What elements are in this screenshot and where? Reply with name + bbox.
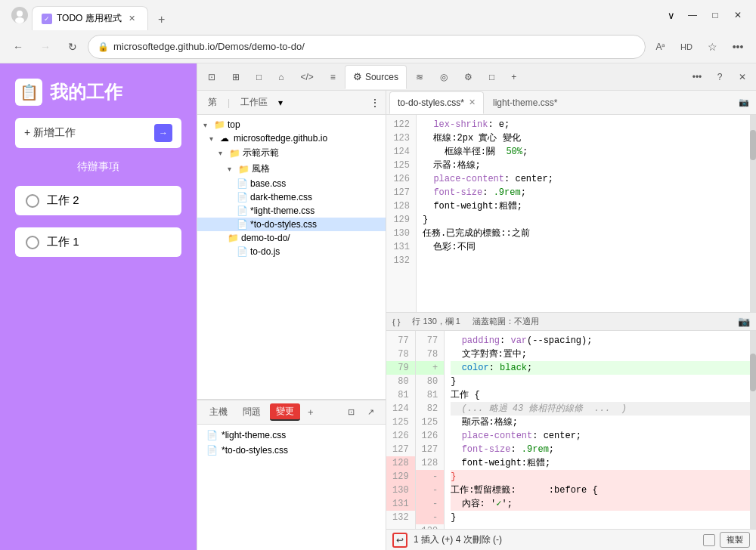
- tree-label-demo-todo: demo-to-do/: [241, 233, 290, 243]
- address-bar[interactable]: 🔒 microsoftedge.github.io/Demos/demo-to-…: [88, 35, 646, 59]
- close-button[interactable]: ✕: [727, 5, 748, 26]
- scrollbar-right-top[interactable]: [750, 115, 756, 312]
- devtools-tab-memory[interactable]: ◎: [432, 65, 455, 89]
- sources-tab-label: Sources: [365, 72, 398, 82]
- diff-line-task: 工作 {: [451, 388, 750, 402]
- main-content: 📋 我的工作 + 新增工作 → 待辦事項 工作 2 工作 1 ⊡: [0, 63, 756, 550]
- scrollbar-thumb-bottom[interactable]: [750, 354, 756, 391]
- refresh-button[interactable]: ↻: [60, 35, 85, 59]
- editor-tab-light-theme[interactable]: light-theme.css*: [485, 91, 565, 114]
- editor-tab-todo-styles[interactable]: to-do-styles.css* ✕: [389, 91, 484, 114]
- bottom-panel-action-2[interactable]: ↗: [361, 403, 380, 422]
- maximize-button[interactable]: □: [705, 5, 726, 26]
- profile-icon[interactable]: [8, 3, 32, 27]
- devtools-tab-sources[interactable]: ⚙ Sources: [345, 65, 407, 89]
- copy-button[interactable]: 複製: [720, 532, 750, 548]
- devtools-panel: ⊡ ⊞ □ ⌂ </> ≡ ⚙ Sources ≋ ◎ ⚙ □ + ••• ? …: [197, 63, 756, 550]
- tree-label-todo-js: to-do.js: [250, 246, 280, 257]
- tree-item-top[interactable]: ▾ 📁 top: [197, 118, 386, 131]
- code-line-125: 示器:格線;: [423, 159, 750, 172]
- tab-close-button[interactable]: ✕: [126, 13, 138, 25]
- file-icon-todo-js: 📄: [237, 246, 247, 257]
- bottom-panel-action-1[interactable]: ⊡: [342, 403, 360, 422]
- code-view-bottom[interactable]: 77 78 79 80 81 124 125 126: [386, 331, 756, 529]
- tree-item-demo-todo[interactable]: 📁 demo-to-do/: [197, 231, 386, 245]
- tree-label-demos: 示範示範: [243, 147, 279, 159]
- file-icon-base-css: 📄: [237, 178, 247, 189]
- forward-button[interactable]: →: [33, 35, 57, 59]
- devtools-help-button[interactable]: ?: [709, 66, 730, 88]
- tree-label-domain: microsoftedge.github.io: [234, 133, 327, 144]
- change-item-light-theme[interactable]: 📄 *light-theme.css: [197, 428, 386, 443]
- code-line-128: font-weight:粗體;: [423, 199, 750, 213]
- devtools-more-actions: ••• ? ✕: [686, 66, 753, 88]
- bottom-tab-issues[interactable]: 問題: [237, 403, 267, 422]
- diff-line-128: }: [451, 470, 750, 484]
- minimize-button[interactable]: —: [682, 5, 703, 26]
- devtools-tab-home[interactable]: ⌂: [271, 65, 291, 89]
- browser-tab-active[interactable]: ✓ TODO 應用程式 ✕: [32, 6, 148, 30]
- sidebar-tab-first[interactable]: 第: [203, 94, 222, 110]
- favorites-button[interactable]: ☆: [700, 35, 724, 59]
- task-item-2[interactable]: 工作 2: [15, 186, 181, 215]
- task-item-1[interactable]: 工作 1: [15, 227, 181, 257]
- file-icon-demo-todo: 📁: [228, 233, 238, 243]
- diff-line-131: 內容: '✓';: [451, 497, 750, 511]
- status-bar-top: { } 行 130，欄 1 涵蓋範圍：不適用 📷: [386, 312, 756, 330]
- change-item-todo-styles[interactable]: 📄 *to-do-styles.css: [197, 443, 386, 458]
- copy-checkbox[interactable]: [703, 534, 715, 546]
- code-lines-bottom: padding: var(--spacing); 文字對齊:置中; color:…: [445, 331, 750, 529]
- editor-action-screenshot[interactable]: 📷: [735, 94, 753, 112]
- code-view-top[interactable]: 122 123 124 125 126 127 128 129 130 13: [386, 115, 756, 312]
- tree-item-dark-theme[interactable]: 📄 dark-theme.css: [197, 190, 386, 204]
- tree-item-light-theme[interactable]: 📄 *light-theme.css: [197, 204, 386, 218]
- diff-line-80: }: [451, 375, 750, 388]
- add-task-button[interactable]: + 新增工作 →: [15, 118, 181, 148]
- revert-button[interactable]: ↩: [392, 533, 407, 548]
- task-checkbox-1[interactable]: [26, 236, 39, 249]
- sources-sidebar: 第 | 工作區 ▾ ⋮ ▾ 📁 top ▾: [197, 91, 386, 550]
- tree-item-domain[interactable]: ▾ ☁ microsoftedge.github.io: [197, 131, 386, 145]
- devtools-tab-network-icon[interactable]: ≡: [323, 65, 343, 89]
- scrollbar-thumb-top[interactable]: [750, 130, 756, 160]
- tree-label-light-theme: *light-theme.css: [250, 205, 314, 216]
- devtools-close-button[interactable]: ✕: [732, 66, 753, 88]
- more-button[interactable]: •••: [726, 35, 750, 59]
- devtools-tab-add[interactable]: +: [503, 65, 524, 89]
- task-checkbox-2[interactable]: [26, 194, 39, 208]
- task-label-1: 工作 1: [47, 235, 79, 249]
- devtools-tab-device-toggle[interactable]: ⊡: [200, 65, 223, 89]
- editor-tab-close-todo-styles[interactable]: ✕: [469, 97, 476, 107]
- tree-item-todo-js[interactable]: 📄 to-do.js: [197, 245, 386, 258]
- copy-section: 複製: [703, 532, 750, 548]
- chevron-down-icon[interactable]: ∨: [661, 5, 682, 26]
- sidebar-tab-workspace[interactable]: 工作區: [236, 94, 272, 110]
- new-tab-button[interactable]: +: [151, 9, 172, 30]
- tree-item-styles[interactable]: ▾ 📁 風格: [197, 161, 386, 177]
- sidebar-more-icon[interactable]: ⋮: [370, 97, 380, 108]
- devtools-tab-code[interactable]: </>: [293, 65, 321, 89]
- read-aloud-button[interactable]: Aᵃ: [649, 35, 673, 59]
- add-task-label: + 新增工作: [24, 126, 76, 140]
- devtools-tab-console-icon[interactable]: □: [249, 65, 269, 89]
- immersive-reader-button[interactable]: HD: [674, 35, 699, 59]
- back-button[interactable]: ←: [6, 35, 30, 59]
- bottom-tab-add[interactable]: +: [303, 403, 318, 421]
- scrollbar-right-bottom[interactable]: [750, 331, 756, 529]
- file-icon-todo-styles: 📄: [237, 219, 247, 230]
- devtools-tab-device[interactable]: □: [482, 65, 502, 89]
- bottom-tab-host[interactable]: 主機: [203, 403, 234, 422]
- add-task-arrow-icon: →: [154, 124, 172, 142]
- status-action-1[interactable]: 📷: [738, 316, 750, 327]
- devtools-tab-settings-icon[interactable]: ⚙: [457, 65, 480, 89]
- workspace-dropdown-icon[interactable]: ▾: [278, 97, 283, 108]
- tree-item-todo-styles[interactable]: 📄 *to-do-styles.css: [197, 218, 386, 231]
- tree-item-demos[interactable]: ▾ 📁 示範示範: [197, 145, 386, 161]
- bottom-tab-changes[interactable]: 變更: [270, 403, 300, 421]
- devtools-tab-inspect[interactable]: ⊞: [225, 65, 247, 89]
- devtools-more-button[interactable]: •••: [686, 66, 708, 88]
- status-line-col: 行 130，欄 1: [412, 316, 460, 327]
- devtools-tab-performance[interactable]: ≋: [408, 65, 431, 89]
- tree-item-base-css[interactable]: 📄 base.css: [197, 177, 386, 190]
- lock-icon: 🔒: [98, 42, 109, 52]
